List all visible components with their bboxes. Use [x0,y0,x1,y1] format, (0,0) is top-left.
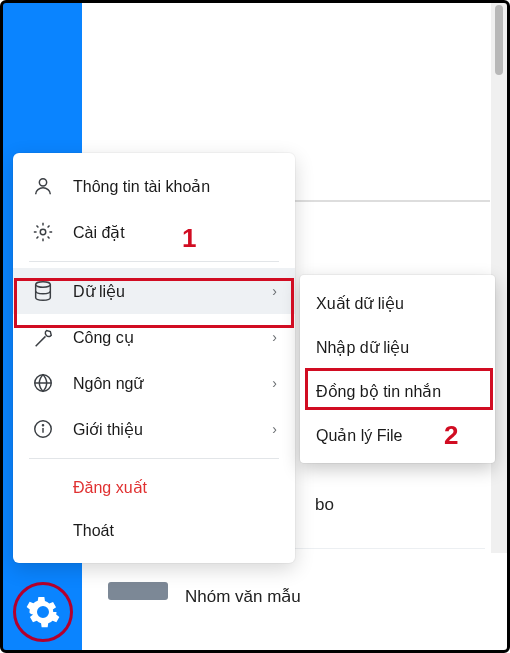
menu-separator [29,261,279,262]
gear-icon [31,220,55,244]
submenu-item-export[interactable]: Xuất dữ liệu [300,281,495,325]
user-icon [31,174,55,198]
gear-icon [25,594,61,630]
settings-menu: Thông tin tài khoản Cài đặt Dữ liệu › Cô… [13,153,295,563]
menu-label: Thông tin tài khoản [73,177,277,196]
menu-label: Dữ liệu [73,282,266,301]
menu-item-language[interactable]: Ngôn ngữ › [13,360,295,406]
chevron-right-icon: › [272,421,277,437]
menu-item-exit[interactable]: Thoát [13,509,295,553]
globe-icon [31,371,55,395]
menu-label: Cài đặt [73,223,277,242]
chevron-right-icon: › [272,283,277,299]
menu-item-logout[interactable]: Đăng xuất [13,465,295,509]
menu-label: Công cụ [73,328,266,347]
data-submenu: Xuất dữ liệu Nhập dữ liệu Đồng bộ tin nh… [300,275,495,463]
menu-label: Giới thiệu [73,420,266,439]
menu-item-data[interactable]: Dữ liệu › [13,268,295,314]
wrench-icon [31,325,55,349]
menu-item-settings[interactable]: Cài đặt [13,209,295,255]
submenu-item-files[interactable]: Quản lý File [300,413,495,457]
bg-text-fragment: bo [315,495,334,515]
settings-gear-button[interactable] [13,582,73,642]
menu-label: Ngôn ngữ [73,374,266,393]
svg-point-0 [39,179,46,186]
menu-item-about[interactable]: Giới thiệu › [13,406,295,452]
menu-separator [29,458,279,459]
svg-point-6 [42,425,43,426]
submenu-label: Xuất dữ liệu [316,294,404,313]
submenu-item-import[interactable]: Nhập dữ liệu [300,325,495,369]
chevron-right-icon: › [272,329,277,345]
bg-text-fragment: Nhóm văn mẫu [185,586,301,607]
submenu-label: Đồng bộ tin nhắn [316,382,441,401]
svg-point-2 [36,282,51,288]
scrollbar-thumb[interactable] [495,5,503,75]
submenu-label: Nhập dữ liệu [316,338,409,357]
menu-item-account[interactable]: Thông tin tài khoản [13,163,295,209]
submenu-item-sync[interactable]: Đồng bộ tin nhắn [300,369,495,413]
info-icon [31,417,55,441]
menu-label: Thoát [73,522,114,540]
menu-label: Đăng xuất [73,478,147,497]
chevron-right-icon: › [272,375,277,391]
svg-point-1 [40,229,46,235]
menu-item-tools[interactable]: Công cụ › [13,314,295,360]
database-icon [31,279,55,303]
submenu-label: Quản lý File [316,426,402,445]
